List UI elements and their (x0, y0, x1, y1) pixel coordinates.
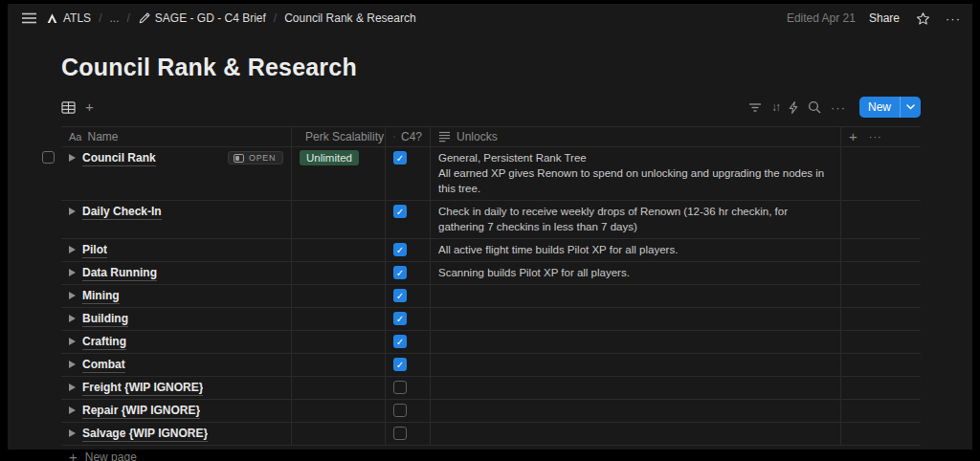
perk-scalability-cell[interactable] (292, 354, 386, 376)
page-title[interactable]: Council Rank & Research (61, 54, 921, 80)
expand-toggle-icon[interactable] (69, 338, 76, 345)
table-row[interactable]: Council RankOPENUnlimited✓General, Persi… (61, 147, 921, 201)
table-row[interactable]: Repair {WIP IGNORE} (61, 400, 921, 423)
new-page-row[interactable]: + New page (61, 446, 921, 461)
sidebar-menu-button[interactable] (19, 9, 38, 28)
breadcrumb-label: Council Rank & Research (284, 11, 415, 25)
breadcrumb-parent-page[interactable]: SAGE - GD - C4 Brief (138, 11, 266, 25)
c4-checkbox[interactable]: ✓ (393, 151, 407, 165)
table-options-button[interactable]: ··· (869, 131, 882, 143)
unlocks-cell[interactable] (431, 377, 841, 399)
unlocks-cell[interactable] (431, 400, 841, 422)
table-row[interactable]: Data Running✓Scanning builds Pilot XP fo… (61, 262, 921, 285)
breadcrumb-workspace[interactable]: ATLS (46, 11, 91, 25)
page-name[interactable]: Council Rank (82, 151, 156, 166)
table-row[interactable]: Daily Check-In✓Check in daily to receive… (61, 201, 921, 239)
perk-scalability-cell[interactable] (292, 423, 386, 445)
expand-toggle-icon[interactable] (69, 154, 76, 162)
table-row[interactable]: Combat✓ (61, 354, 921, 377)
filter-button[interactable] (748, 101, 762, 114)
expand-toggle-icon[interactable] (69, 208, 76, 215)
table-row[interactable]: Crafting✓ (61, 331, 921, 354)
expand-toggle-icon[interactable] (69, 429, 76, 437)
column-header-c4[interactable]: C4? (386, 127, 431, 146)
page-name[interactable]: Mining (82, 289, 120, 304)
expand-toggle-icon[interactable] (69, 246, 76, 253)
unlocks-cell[interactable]: Check in daily to receive weekly drops o… (431, 201, 841, 238)
c4-checkbox[interactable]: ✓ (393, 335, 407, 348)
table-row[interactable]: Salvage {WIP IGNORE} (61, 423, 921, 446)
table-body: Council RankOPENUnlimited✓General, Persi… (61, 147, 921, 446)
expand-toggle-icon[interactable] (69, 269, 76, 276)
share-button[interactable]: Share (869, 11, 900, 25)
page-name[interactable]: Freight {WIP IGNORE} (82, 381, 203, 396)
perk-scalability-cell[interactable] (292, 262, 386, 284)
unlocks-cell[interactable] (431, 354, 841, 376)
breadcrumb-collapsed[interactable]: ... (109, 11, 119, 25)
column-header-name[interactable]: Aa Name (61, 127, 292, 146)
expand-toggle-icon[interactable] (69, 315, 76, 322)
c4-checkbox[interactable] (393, 404, 407, 417)
new-button-dropdown[interactable] (901, 97, 921, 118)
breadcrumb-current-page[interactable]: Council Rank & Research (284, 11, 415, 25)
column-header-perk-scalability[interactable]: Perk Scalability (292, 127, 386, 146)
perk-scalability-cell[interactable]: Unlimited (292, 147, 386, 200)
favorite-star-button[interactable] (913, 9, 932, 28)
add-view-button[interactable]: + (85, 100, 94, 114)
unlocks-cell[interactable]: All active flight time builds Pilot XP f… (431, 239, 841, 261)
perk-scalability-cell[interactable] (292, 308, 386, 330)
new-button-label[interactable]: New (859, 97, 900, 118)
database-view-bar: + ↓↑ (61, 96, 921, 119)
page-name[interactable]: Building (82, 312, 128, 327)
page-options-button[interactable]: ··· (946, 11, 961, 26)
c4-checkbox[interactable]: ✓ (393, 358, 407, 371)
unlocks-cell[interactable] (431, 308, 841, 330)
perk-scalability-cell[interactable] (292, 331, 386, 353)
c4-checkbox[interactable]: ✓ (393, 266, 407, 279)
page-name[interactable]: Pilot (82, 243, 107, 258)
table-row[interactable]: Pilot✓All active flight time builds Pilo… (61, 239, 921, 262)
table-row[interactable]: Mining✓ (61, 285, 921, 308)
table-view-tab[interactable] (61, 101, 76, 114)
page-name[interactable]: Salvage {WIP IGNORE} (82, 427, 208, 442)
table-row[interactable]: Freight {WIP IGNORE} (61, 377, 921, 400)
sort-button[interactable]: ↓↑ (771, 100, 779, 114)
extra-cell (841, 239, 921, 261)
row-select-checkbox[interactable] (42, 151, 55, 164)
page-name[interactable]: Daily Check-In (82, 205, 162, 220)
perk-scalability-cell[interactable] (292, 377, 386, 399)
c4-checkbox[interactable] (393, 381, 407, 394)
unlocks-cell[interactable] (431, 331, 841, 353)
c4-checkbox[interactable]: ✓ (393, 312, 407, 325)
perk-scalability-cell[interactable] (292, 239, 386, 261)
c4-checkbox[interactable]: ✓ (393, 205, 407, 218)
expand-toggle-icon[interactable] (69, 384, 76, 391)
c4-checkbox[interactable]: ✓ (393, 243, 407, 256)
page-name[interactable]: Crafting (82, 335, 126, 350)
column-header-unlocks[interactable]: Unlocks (431, 127, 841, 146)
perk-tag[interactable]: Unlimited (300, 150, 359, 165)
page-name[interactable]: Data Running (82, 266, 157, 281)
view-options-button[interactable]: ··· (831, 100, 846, 115)
perk-scalability-cell[interactable] (292, 201, 386, 238)
table-row[interactable]: Building✓ (61, 308, 921, 331)
unlocks-cell[interactable]: Scanning builds Pilot XP for all players… (431, 262, 841, 284)
search-button[interactable] (808, 100, 821, 114)
page-name[interactable]: Combat (82, 358, 125, 373)
unlocks-cell[interactable] (431, 423, 841, 445)
unlocks-cell[interactable] (431, 285, 841, 307)
c4-checkbox[interactable] (393, 427, 407, 440)
expand-toggle-icon[interactable] (69, 361, 76, 368)
automations-button[interactable] (789, 101, 798, 114)
perk-scalability-cell[interactable] (292, 400, 386, 422)
extra-cell (841, 262, 921, 284)
page-name[interactable]: Repair {WIP IGNORE} (82, 404, 200, 419)
c4-checkbox[interactable]: ✓ (393, 289, 407, 302)
perk-scalability-cell[interactable] (292, 285, 386, 307)
new-page-button[interactable]: New (859, 97, 921, 118)
unlocks-cell[interactable]: General, Persistent Rank Tree All earned… (431, 147, 841, 200)
open-page-button[interactable]: OPEN (228, 151, 283, 165)
expand-toggle-icon[interactable] (69, 406, 76, 414)
add-column-button[interactable]: + (849, 130, 858, 143)
expand-toggle-icon[interactable] (69, 292, 76, 299)
